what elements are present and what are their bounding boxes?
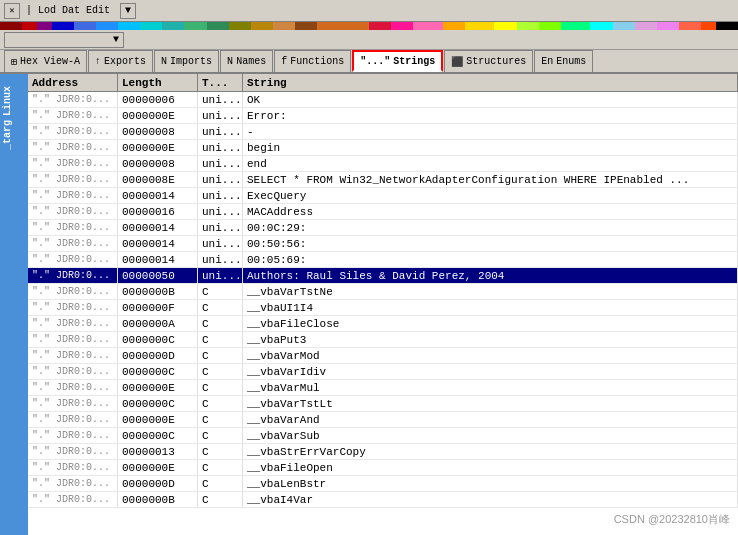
table-row[interactable]: "." JDR0:0...0000000Euni...begin bbox=[28, 140, 738, 156]
table-cell: "." JDR0:0... bbox=[28, 316, 118, 331]
table-cell: 0000008E bbox=[118, 172, 198, 187]
col-header-type: T... bbox=[198, 74, 243, 91]
tab-enums[interactable]: En Enums bbox=[534, 50, 593, 72]
table-row[interactable]: "." JDR0:0...0000000DC__vbaLenBstr bbox=[28, 476, 738, 492]
table-cell: uni... bbox=[198, 220, 243, 235]
table-row[interactable]: "." JDR0:0...0000008Euni...SELECT * FROM… bbox=[28, 172, 738, 188]
table-cell: ExecQuery bbox=[243, 188, 738, 203]
table-cell: __vbaVarIdiv bbox=[243, 364, 738, 379]
table-cell: C bbox=[198, 316, 243, 331]
table-cell: 00000014 bbox=[118, 252, 198, 267]
table-cell: 0000000C bbox=[118, 364, 198, 379]
table-row[interactable]: "." JDR0:0...0000000EC__vbaFileOpen bbox=[28, 460, 738, 476]
table-cell: 0000000D bbox=[118, 476, 198, 491]
table-row[interactable]: "." JDR0:0...00000014uni...00:0C:29: bbox=[28, 220, 738, 236]
table-cell: C bbox=[198, 300, 243, 315]
table-row[interactable]: "." JDR0:0...0000000EC__vbaVarAnd bbox=[28, 412, 738, 428]
table-row[interactable]: "." JDR0:0...0000000BC__vbaI4Var bbox=[28, 492, 738, 508]
table-cell: "." JDR0:0... bbox=[28, 220, 118, 235]
table-cell: __vbaVarSub bbox=[243, 428, 738, 443]
table-cell: 0000000F bbox=[118, 300, 198, 315]
table-cell: __vbaStrErrVarCopy bbox=[243, 444, 738, 459]
table-cell: 0000000E bbox=[118, 460, 198, 475]
table-cell: C bbox=[198, 380, 243, 395]
functions-icon: f bbox=[281, 56, 287, 67]
table-row[interactable]: "." JDR0:0...00000050uni...Authors: Raul… bbox=[28, 268, 738, 284]
structures-icon: ⬛ bbox=[451, 56, 463, 68]
names-icon: N bbox=[227, 56, 233, 67]
toolbar-spacer: | bbox=[26, 5, 32, 16]
table-cell: __vbaI4Var bbox=[243, 492, 738, 507]
table-cell: __vbaFileClose bbox=[243, 316, 738, 331]
table-row[interactable]: "." JDR0:0...00000016uni...MACAddress bbox=[28, 204, 738, 220]
table-cell: "." JDR0:0... bbox=[28, 476, 118, 491]
table-body[interactable]: "." JDR0:0...00000006uni...OK"." JDR0:0.… bbox=[28, 92, 738, 535]
tab-enums-label: Enums bbox=[556, 56, 586, 67]
table-cell: SELECT * FROM Win32_NetworkAdapterConfig… bbox=[243, 172, 738, 187]
table-row[interactable]: "." JDR0:0...0000000BC__vbaVarTstNe bbox=[28, 284, 738, 300]
table-cell: "." JDR0:0... bbox=[28, 108, 118, 123]
table-row[interactable]: "." JDR0:0...0000000Euni...Error: bbox=[28, 108, 738, 124]
table-cell: "." JDR0:0... bbox=[28, 492, 118, 507]
tab-structures[interactable]: ⬛ Structures bbox=[444, 50, 533, 72]
main-content: Linux _targ Address Length T... String "… bbox=[0, 74, 738, 535]
table-cell: "." JDR0:0... bbox=[28, 396, 118, 411]
table-cell: "." JDR0:0... bbox=[28, 236, 118, 251]
table-cell: C bbox=[198, 364, 243, 379]
color-bar bbox=[0, 22, 738, 30]
tab-exports[interactable]: ↑ Exports bbox=[88, 50, 153, 72]
table-cell: uni... bbox=[198, 156, 243, 171]
table-cell: "." JDR0:0... bbox=[28, 268, 118, 283]
table-row[interactable]: "." JDR0:0...0000000FC__vbaUI1I4 bbox=[28, 300, 738, 316]
tab-functions[interactable]: f Functions bbox=[274, 50, 351, 72]
table-cell: "." JDR0:0... bbox=[28, 172, 118, 187]
table-cell: uni... bbox=[198, 268, 243, 283]
table-cell: 0000000C bbox=[118, 428, 198, 443]
table-row[interactable]: "." JDR0:0...00000014uni...00:05:69: bbox=[28, 252, 738, 268]
tab-hex-view-label: Hex View-A bbox=[20, 56, 80, 67]
tab-names[interactable]: N Names bbox=[220, 50, 273, 72]
table-row[interactable]: "." JDR0:0...00000014uni...ExecQuery bbox=[28, 188, 738, 204]
table-cell: 0000000C bbox=[118, 332, 198, 347]
tab-hex-view[interactable]: ⊞ Hex View-A bbox=[4, 50, 87, 72]
table-row[interactable]: "." JDR0:0...0000000CC__vbaPut3 bbox=[28, 332, 738, 348]
toolbar-icon-1[interactable]: ✕ bbox=[4, 3, 20, 19]
table-cell: 00:0C:29: bbox=[243, 220, 738, 235]
tab-structures-label: Structures bbox=[466, 56, 526, 67]
table-row[interactable]: "." JDR0:0...00000013C__vbaStrErrVarCopy bbox=[28, 444, 738, 460]
table-cell: __vbaPut3 bbox=[243, 332, 738, 347]
table-row[interactable]: "." JDR0:0...0000000EC__vbaVarMul bbox=[28, 380, 738, 396]
table-header: Address Length T... String bbox=[28, 74, 738, 92]
table-cell: "." JDR0:0... bbox=[28, 204, 118, 219]
table-cell: "." JDR0:0... bbox=[28, 460, 118, 475]
tab-imports[interactable]: N Imports bbox=[154, 50, 219, 72]
second-dropdown[interactable]: ▼ bbox=[4, 32, 124, 48]
table-cell: 00000008 bbox=[118, 156, 198, 171]
table-cell: 00000014 bbox=[118, 220, 198, 235]
table-row[interactable]: "." JDR0:0...00000008uni...- bbox=[28, 124, 738, 140]
table-cell: "." JDR0:0... bbox=[28, 252, 118, 267]
table-cell: uni... bbox=[198, 172, 243, 187]
second-toolbar: ▼ bbox=[0, 30, 738, 50]
table-cell: C bbox=[198, 284, 243, 299]
table-cell: 00000006 bbox=[118, 92, 198, 107]
table-cell: __vbaUI1I4 bbox=[243, 300, 738, 315]
table-row[interactable]: "." JDR0:0...00000014uni...00:50:56: bbox=[28, 236, 738, 252]
toolbar-dropdown[interactable]: ▼ bbox=[120, 3, 136, 19]
table-row[interactable]: "." JDR0:0...0000000CC__vbaVarIdiv bbox=[28, 364, 738, 380]
table-row[interactable]: "." JDR0:0...0000000CC__vbaVarTstLt bbox=[28, 396, 738, 412]
table-cell: __vbaLenBstr bbox=[243, 476, 738, 491]
table-row[interactable]: "." JDR0:0...00000006uni...OK bbox=[28, 92, 738, 108]
table-cell: uni... bbox=[198, 204, 243, 219]
table-row[interactable]: "." JDR0:0...0000000CC__vbaVarSub bbox=[28, 428, 738, 444]
tab-strings[interactable]: "..." Strings bbox=[352, 50, 443, 72]
table-cell: "." JDR0:0... bbox=[28, 124, 118, 139]
hex-view-icon: ⊞ bbox=[11, 56, 17, 68]
table-cell: 00000008 bbox=[118, 124, 198, 139]
table-row[interactable]: "." JDR0:0...0000000DC__vbaVarMod bbox=[28, 348, 738, 364]
table-row[interactable]: "." JDR0:0...0000000AC__vbaFileClose bbox=[28, 316, 738, 332]
table-cell: 0000000E bbox=[118, 108, 198, 123]
table-cell: C bbox=[198, 460, 243, 475]
table-cell: Error: bbox=[243, 108, 738, 123]
table-row[interactable]: "." JDR0:0...00000008uni...end bbox=[28, 156, 738, 172]
